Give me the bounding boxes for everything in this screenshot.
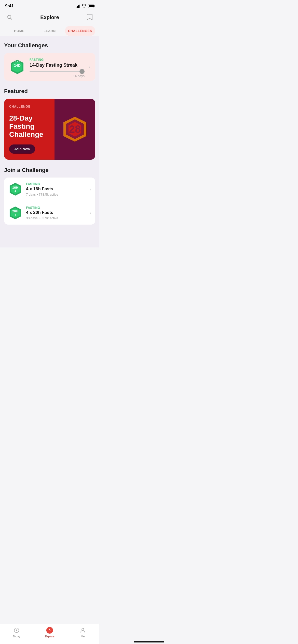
join-card: 16H 4 FASTING 4 x 16h Fasts 7 days • 778… — [4, 178, 95, 225]
join-info-16h: FASTING 4 x 16h Fasts 7 days • 778.5k ac… — [26, 182, 86, 196]
featured-badge-number: 28 — [69, 123, 81, 135]
join-category-16h: FASTING — [26, 182, 86, 186]
join-badge-20h: 20H 4 — [8, 206, 22, 220]
your-challenges-title: Your Challenges — [4, 42, 95, 49]
join-category-20h: FASTING — [26, 206, 86, 210]
progress-label: 14 days — [30, 74, 85, 78]
join-now-button[interactable]: Join Now — [9, 144, 35, 154]
featured-left: CHALLENGE 28-Day Fasting Challenge Join … — [4, 99, 55, 160]
join-badge-16h: 16H 4 — [8, 182, 22, 196]
challenge-badge: ✓✓✓ 14D — [9, 59, 25, 75]
search-button[interactable] — [5, 13, 14, 22]
join-challenge-title: Join a Challenge — [4, 167, 95, 173]
join-info-20h: FASTING 4 x 20h Fasts 30 days • 83.9k ac… — [26, 206, 86, 220]
tab-challenges[interactable]: CHALLENGES — [65, 26, 95, 36]
join-name-20h: 4 x 20h Fasts — [26, 210, 86, 215]
chevron-right-icon-20h: › — [90, 210, 91, 216]
challenge-info: FASTING 14-Day Fasting Streak 14 days — [30, 58, 85, 76]
join-name-16h: 4 x 16h Fasts — [26, 186, 86, 192]
battery-icon — [88, 5, 94, 8]
featured-category: CHALLENGE — [9, 105, 49, 108]
join-section: Join a Challenge 16H 4 FASTING 4 x 16h F — [4, 167, 95, 225]
header: Explore — [0, 11, 99, 26]
join-item-16h[interactable]: 16H 4 FASTING 4 x 16h Fasts 7 days • 778… — [4, 178, 95, 201]
tab-learn[interactable]: LEARN — [34, 26, 65, 36]
your-challenge-card[interactable]: ✓✓✓ 14D FASTING 14-Day Fasting Streak 14… — [4, 53, 95, 81]
tab-home[interactable]: HOME — [4, 26, 34, 36]
status-bar: 9:41 — [0, 0, 99, 11]
tab-bar: HOME LEARN CHALLENGES — [0, 26, 99, 36]
join-meta-20h: 30 days • 83.9k active — [26, 216, 86, 220]
status-time: 9:41 — [5, 4, 14, 9]
chevron-right-icon: › — [89, 64, 90, 70]
chevron-right-icon-16h: › — [90, 187, 91, 192]
challenge-category: FASTING — [30, 58, 85, 62]
featured-title: Featured — [4, 88, 95, 95]
join-meta-16h: 7 days • 778.5k active — [26, 193, 86, 196]
main-content: Your Challenges ✓✓✓ 14D FASTING 14-Day F… — [0, 36, 99, 247]
svg-line-1 — [11, 18, 12, 20]
bookmark-button[interactable] — [85, 13, 94, 22]
signal-icon — [76, 4, 80, 8]
join-item-20h[interactable]: 20H 4 FASTING 4 x 20h Fasts 30 days • 83… — [4, 201, 95, 225]
page-title: Explore — [40, 14, 59, 20]
status-icons — [76, 4, 94, 8]
featured-card[interactable]: CHALLENGE 28-Day Fasting Challenge Join … — [4, 99, 95, 160]
featured-right: 28 — [55, 99, 95, 160]
wifi-icon — [82, 4, 86, 8]
featured-challenge-title: 28-Day Fasting Challenge — [9, 114, 49, 139]
challenge-name: 14-Day Fasting Streak — [30, 63, 85, 68]
